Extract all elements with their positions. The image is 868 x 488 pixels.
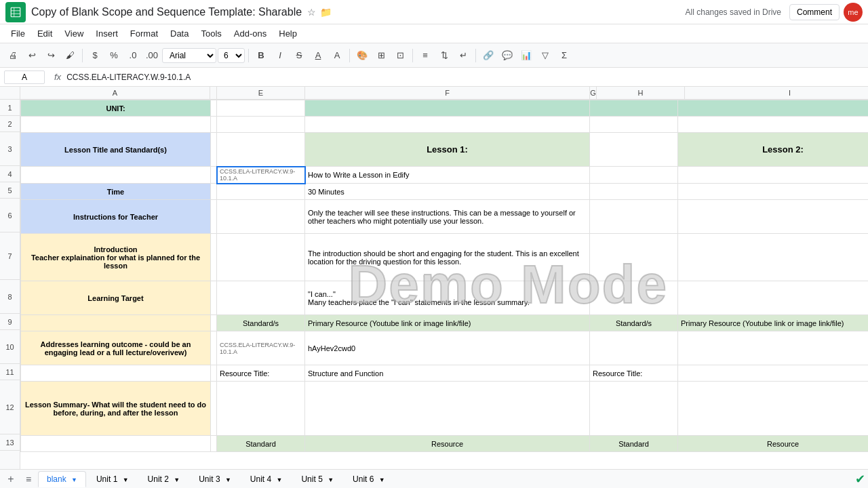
undo-button[interactable]: ↩ [23, 47, 41, 64]
cell-b10[interactable] [211, 331, 217, 365]
cell-i10[interactable] [678, 331, 869, 365]
cell-i1[interactable] [678, 100, 869, 117]
cell-e10[interactable]: CCSS.ELA-LITERACY.W.9-10.1.A [217, 331, 305, 365]
add-sheet-button[interactable]: + [3, 471, 19, 487]
menu-addons[interactable]: Add-ons [229, 26, 272, 41]
cell-i7[interactable] [678, 234, 869, 281]
cell-b2[interactable] [211, 117, 217, 133]
cell-b4[interactable] [211, 167, 217, 184]
italic-button[interactable]: I [271, 47, 289, 64]
row-num-5[interactable]: 5 [0, 182, 20, 199]
star-icon[interactable]: ☆ [307, 7, 316, 18]
row-num-4[interactable]: 4 [0, 166, 20, 182]
folder-icon[interactable]: 📁 [320, 7, 332, 18]
row-num-7[interactable]: 7 [0, 232, 20, 280]
cell-f3[interactable]: Lesson 1: [305, 133, 590, 167]
cell-e5[interactable] [217, 184, 305, 200]
col-header-b[interactable] [210, 87, 217, 99]
cell-a10[interactable]: Addresses learning outcome - could be an… [21, 331, 211, 365]
cell-f12[interactable] [305, 382, 590, 436]
cell-a11[interactable] [21, 365, 211, 382]
halign-button[interactable]: ≡ [416, 47, 434, 64]
cell-i2[interactable] [678, 117, 869, 133]
valign-button[interactable]: ⇅ [435, 47, 453, 64]
cell-i12[interactable] [678, 382, 869, 436]
cell-f13[interactable]: Resource [305, 436, 590, 452]
cell-a2[interactable] [21, 117, 211, 133]
col-header-i[interactable]: I [685, 87, 868, 99]
cell-b9[interactable] [211, 315, 217, 331]
menu-view[interactable]: View [59, 26, 89, 41]
row-num-1[interactable]: 1 [0, 100, 20, 116]
cell-a13[interactable] [21, 436, 211, 452]
cell-e13[interactable]: Standard [217, 436, 305, 452]
cell-f8[interactable]: "I can..." Many teachers place the "I ca… [305, 281, 590, 315]
col-header-a[interactable]: A [20, 87, 210, 99]
menu-file[interactable]: File [5, 26, 31, 41]
cell-h9[interactable]: Standard/s [590, 315, 678, 331]
cell-f10[interactable]: hAyHev2cwd0 [305, 331, 590, 365]
merge-button[interactable]: ⊡ [391, 47, 409, 64]
col-header-g[interactable]: G [590, 87, 597, 99]
cell-b6[interactable] [211, 200, 217, 234]
menu-tools[interactable]: Tools [195, 26, 226, 41]
cell-h8[interactable] [590, 281, 678, 315]
cell-reference-input[interactable] [4, 70, 45, 84]
font-selector[interactable]: Arial [162, 48, 216, 63]
tab-unit1[interactable]: Unit 1 ▼ [87, 471, 138, 487]
col-header-h[interactable]: H [597, 87, 685, 99]
sheets-menu-button[interactable]: ≡ [20, 471, 37, 487]
col-header-e[interactable]: E [217, 87, 305, 99]
cell-e7[interactable] [217, 234, 305, 281]
col-header-f[interactable]: F [305, 87, 590, 99]
cell-f11[interactable]: Structure and Function [305, 365, 590, 382]
cell-f7[interactable]: The introduction should be short and eng… [305, 234, 590, 281]
row-num-13[interactable]: 13 [0, 434, 20, 451]
filter-button[interactable]: ▽ [536, 47, 554, 64]
tab-blank[interactable]: blank ▼ [38, 471, 86, 487]
wrap-button[interactable]: ↵ [454, 47, 472, 64]
cell-b8[interactable] [211, 281, 217, 315]
chart-button[interactable]: 📊 [517, 47, 535, 64]
cell-a4[interactable] [21, 167, 211, 184]
print-button[interactable]: 🖨 [4, 47, 22, 64]
cell-a1[interactable]: UNIT: [21, 100, 211, 117]
cell-e12[interactable] [217, 382, 305, 436]
cell-a7[interactable]: Introduction Teacher explaination for wh… [21, 234, 211, 281]
cell-b12[interactable] [211, 382, 217, 436]
cell-h4[interactable] [590, 167, 678, 184]
tab-unit4[interactable]: Unit 4 ▼ [241, 471, 292, 487]
cell-e8[interactable] [217, 281, 305, 315]
cell-e3[interactable] [217, 133, 305, 167]
menu-format[interactable]: Format [125, 26, 163, 41]
cell-h10[interactable] [590, 331, 678, 365]
cell-a5[interactable]: Time [21, 184, 211, 200]
row-num-11[interactable]: 11 [0, 364, 20, 380]
cell-b5[interactable] [211, 184, 217, 200]
cell-b3[interactable] [211, 133, 217, 167]
cell-i13[interactable]: Resource [678, 436, 869, 452]
cell-f4[interactable]: How to Write a Lesson in Edify [305, 167, 590, 184]
menu-data[interactable]: Data [165, 26, 194, 41]
row-num-8[interactable]: 8 [0, 280, 20, 314]
cell-h7[interactable] [590, 234, 678, 281]
fill-color-button[interactable]: 🎨 [353, 47, 371, 64]
cell-a12[interactable]: Lesson Summary- What will the student ne… [21, 382, 211, 436]
cell-a9[interactable] [21, 315, 211, 331]
menu-help[interactable]: Help [273, 26, 302, 41]
decimal-increase-button[interactable]: .00 [143, 47, 161, 64]
row-num-6[interactable]: 6 [0, 199, 20, 232]
link-button[interactable]: 🔗 [479, 47, 497, 64]
cell-i6[interactable] [678, 200, 869, 234]
currency-button[interactable]: $ [86, 47, 104, 64]
font-size-selector[interactable]: 6 [218, 48, 245, 63]
cell-i11[interactable] [678, 365, 869, 382]
cell-b7[interactable] [211, 234, 217, 281]
cell-h12[interactable] [590, 382, 678, 436]
strikethrough-button[interactable]: S [290, 47, 308, 64]
cell-f9[interactable]: Primary Resource (Youtube link or image … [305, 315, 590, 331]
tab-unit3[interactable]: Unit 3 ▼ [190, 471, 240, 487]
cell-h1[interactable] [590, 100, 678, 117]
cell-f1[interactable] [305, 100, 590, 117]
tab-unit2[interactable]: Unit 2 ▼ [139, 471, 189, 487]
